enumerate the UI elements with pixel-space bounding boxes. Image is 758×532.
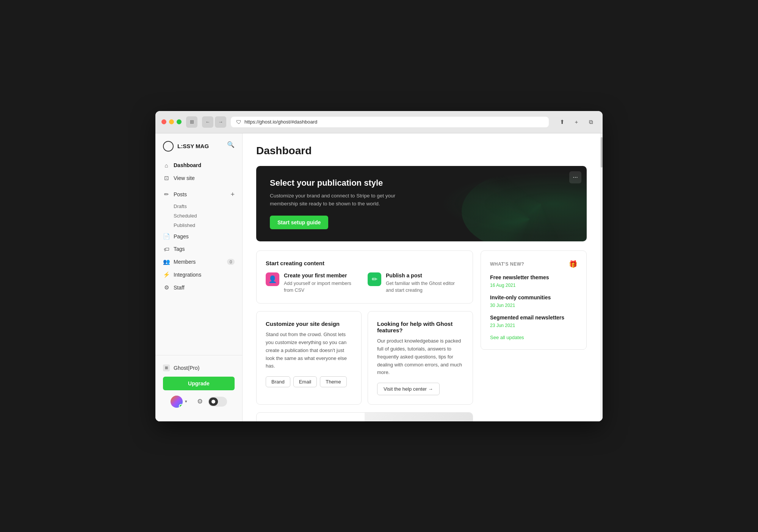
publish-post-item: ✏ Publish a post Get familiar with the G… [368, 272, 464, 294]
page-title: Dashboard [256, 145, 587, 157]
news-item-0[interactable]: Free newsletter themes 16 Aug 2021 [490, 274, 577, 288]
email-button[interactable]: Email [293, 376, 317, 387]
traffic-light-close[interactable] [161, 119, 166, 124]
sidebar-item-pages[interactable]: 📄 Pages [155, 230, 242, 243]
publish-post-icon: ✏ [368, 272, 381, 286]
ghost-pro-label: Ghost(Pro) [174, 365, 199, 371]
scroll-thumb [601, 137, 603, 167]
sidebar-toggle-btn[interactable]: ⊞ [186, 116, 197, 128]
main-content: Dashboard ··· Select your publication st… [243, 133, 600, 421]
dashboard-label: Dashboard [174, 162, 201, 168]
sidebar-item-integrations[interactable]: ⚡ Integrations [155, 268, 242, 281]
posts-header: ✏ Posts + [155, 188, 242, 202]
news-item-1[interactable]: Invite-only communities 30 Jun 2021 [490, 294, 577, 308]
sidebar-bottom: ⊞ Ghost(Pro) Upgrade ▾ ⚙ [155, 355, 242, 414]
toggle-dot-inner [211, 400, 215, 404]
sidebar-item-members[interactable]: 👥 Members 0 [155, 255, 242, 268]
news-item-1-date: 30 Jun 2021 [490, 303, 515, 308]
staff-icon: ⚙ [163, 284, 170, 291]
traffic-light-minimize[interactable] [169, 119, 174, 124]
share-btn[interactable]: ⬆ [556, 116, 568, 128]
traffic-lights [161, 119, 182, 124]
sidebar-item-posts[interactable]: ✏ Posts [163, 191, 230, 198]
create-grid: 👤 Create your first member Add yourself … [266, 272, 464, 294]
sidebar: L:SSY MAG 🔍 ⌂ Dashboard ⊡ View site ✏ [155, 133, 243, 421]
sidebar-item-scheduled[interactable]: Scheduled [155, 211, 242, 221]
sidebar-item-published[interactable]: Published [155, 221, 242, 230]
settings-icon[interactable]: ⚙ [197, 397, 203, 405]
browser-chrome: ⊞ ← → 🛡 https://ghost.io/ghost/#dashboar… [155, 111, 603, 133]
sidebar-item-tags[interactable]: 🏷 Tags [155, 243, 242, 255]
customize-title: Customize your site design [266, 321, 352, 327]
pages-label: Pages [174, 233, 189, 239]
url-text: https://ghost.io/ghost/#dashboard [244, 119, 317, 125]
hero-banner: ··· Select your publication style Custom… [256, 166, 587, 241]
view-site-label: View site [174, 175, 195, 181]
view-site-icon: ⊡ [163, 175, 170, 182]
create-member-text: Create your first member Add yourself or… [284, 272, 362, 294]
tags-icon: 🏷 [163, 246, 170, 252]
sidebar-item-drafts[interactable]: Drafts [155, 202, 242, 211]
theme-button[interactable]: Theme [320, 376, 346, 387]
toggle-dot [209, 397, 218, 406]
sidebar-item-view-site[interactable]: ⊡ View site [155, 172, 242, 185]
setup-guide-button[interactable]: Start setup guide [270, 216, 328, 229]
help-center-button[interactable]: Visit the help center → [377, 383, 440, 395]
publish-post-text: Publish a post Get familiar with the Gho… [386, 272, 464, 294]
bottom-image [365, 413, 473, 421]
ghost-pro-item[interactable]: ⊞ Ghost(Pro) [163, 361, 235, 377]
customize-desc: Stand out from the crowd. Ghost lets you… [266, 331, 352, 370]
svg-rect-0 [392, 420, 445, 421]
news-item-2[interactable]: Segmented email newsletters 23 Jun 2021 [490, 315, 577, 329]
avatar-badge [179, 404, 183, 408]
customize-tags: Brand Email Theme [266, 376, 352, 387]
forward-btn[interactable]: → [215, 116, 226, 128]
help-desc: Our product knowledgebase is packed full… [377, 337, 464, 377]
sidebar-item-dashboard[interactable]: ⌂ Dashboard [155, 159, 242, 172]
gift-icon: 🎁 [569, 260, 577, 268]
browser-window: ⊞ ← → 🛡 https://ghost.io/ghost/#dashboar… [155, 111, 603, 421]
back-btn[interactable]: ← [202, 116, 213, 128]
sidebar-footer: ▾ ⚙ [163, 390, 235, 408]
avatar-area[interactable]: ▾ [171, 396, 187, 408]
posts-icon: ✏ [163, 191, 170, 198]
publish-post-title[interactable]: Publish a post [386, 272, 464, 279]
news-item-2-title: Segmented email newsletters [490, 315, 577, 321]
help-card: Looking for help with Ghost features? Ou… [368, 311, 473, 405]
members-badge: 0 [227, 259, 235, 265]
left-section: Start creating content 👤 Create your fir… [256, 250, 473, 421]
scrollbar[interactable] [600, 133, 603, 421]
news-item-0-date: 16 Aug 2021 [490, 283, 515, 288]
tabs-btn[interactable]: ⧉ [585, 116, 597, 128]
search-icon[interactable]: 🔍 [227, 141, 235, 148]
upgrade-button[interactable]: Upgrade [163, 377, 235, 390]
create-member-icon: 👤 [266, 272, 279, 286]
start-creating-card: Start creating content 👤 Create your fir… [256, 250, 473, 304]
create-member-title[interactable]: Create your first member [284, 272, 362, 279]
brand-button[interactable]: Brand [266, 376, 290, 387]
hero-title: Select your publication style [270, 178, 573, 188]
bottom-text: 6 types of newsletters you can start tod… [257, 413, 365, 421]
add-post-icon[interactable]: + [230, 191, 235, 199]
site-name: L:SSY MAG [177, 143, 209, 149]
whats-new-card: WHAT'S NEW? 🎁 Free newsletter themes 16 … [481, 250, 587, 350]
news-item-1-title: Invite-only communities [490, 294, 577, 300]
new-tab-btn[interactable]: + [571, 116, 582, 128]
security-icon: 🛡 [236, 119, 241, 125]
publish-post-desc: Get familiar with the Ghost editor and s… [386, 280, 464, 294]
sidebar-nav: ⌂ Dashboard ⊡ View site ✏ Posts + D [155, 159, 242, 355]
integrations-label: Integrations [174, 272, 201, 278]
traffic-light-fullscreen[interactable] [177, 119, 182, 124]
see-all-updates-link[interactable]: See all updates [490, 335, 577, 340]
address-bar[interactable]: 🛡 https://ghost.io/ghost/#dashboard [231, 117, 549, 127]
logo-left: L:SSY MAG [163, 141, 209, 152]
whats-new-title: WHAT'S NEW? [490, 261, 524, 267]
sidebar-item-staff[interactable]: ⚙ Staff [155, 281, 242, 294]
hero-background [421, 166, 587, 241]
news-item-2-date: 23 Jun 2021 [490, 323, 515, 328]
nav-buttons: ← → [202, 116, 226, 128]
start-creating-title: Start creating content [266, 260, 464, 266]
avatar-chevron: ▾ [185, 399, 187, 404]
members-label: Members [174, 259, 196, 265]
theme-toggle[interactable] [208, 397, 227, 407]
